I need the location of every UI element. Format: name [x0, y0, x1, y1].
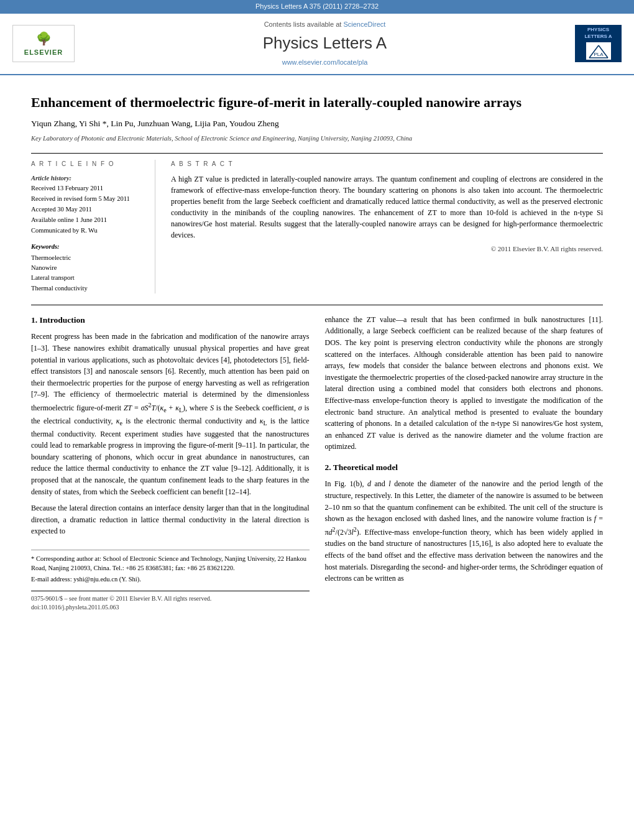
- section1-para2: Because the lateral direction contains a…: [31, 502, 310, 537]
- available-date: Available online 1 June 2011: [31, 215, 145, 224]
- keyword-3: Lateral transport: [31, 273, 145, 282]
- article-info-col: A R T I C L E I N F O Article history: R…: [31, 160, 155, 293]
- abstract-col: A B S T R A C T A high ZT value is predi…: [171, 160, 603, 293]
- main-content: Enhancement of thermoelectric figure-of-…: [0, 75, 634, 631]
- contents-text: Contents lists available at: [264, 21, 342, 28]
- top-banner: Physics Letters A 375 (2011) 2728–2732: [0, 0, 634, 14]
- keyword-4: Thermal conductivity: [31, 284, 145, 293]
- pla-logo-image: PLA: [587, 42, 610, 60]
- article-info-abstract-section: A R T I C L E I N F O Article history: R…: [31, 153, 603, 293]
- bottom-bar: 0375-9601/$ – see front matter © 2011 El…: [31, 591, 310, 612]
- article-title: Enhancement of thermoelectric figure-of-…: [31, 94, 603, 112]
- section2-title-text: Theoretical model: [333, 463, 398, 472]
- section1-title: 1. Introduction: [31, 314, 310, 326]
- affiliation: Key Laboratory of Photonic and Electroni…: [31, 134, 603, 143]
- body-two-col: 1. Introduction Recent progress has been…: [31, 314, 603, 612]
- pla-logo-title: PHYSICS LETTERS A: [579, 26, 618, 40]
- journal-title: Physics Letters A: [84, 32, 566, 55]
- pla-logo: PHYSICS LETTERS A PLA: [575, 25, 622, 62]
- accepted-date: Accepted 30 May 2011: [31, 205, 145, 214]
- section2-para1: In Fig. 1(b), d and l denote the diamete…: [325, 478, 604, 584]
- sciencedirect-link[interactable]: ScienceDirect: [343, 21, 385, 28]
- footnote-star-text: * Corresponding author at: School of Ele…: [31, 555, 306, 571]
- journal-url[interactable]: www.elsevier.com/locate/pla: [84, 58, 566, 68]
- received-date: Received 13 February 2011: [31, 183, 145, 193]
- elsevier-logo: 🌳 ELSEVIER: [12, 25, 75, 62]
- copyright: © 2011 Elsevier B.V. All rights reserved…: [171, 244, 603, 254]
- article-info-heading: A R T I C L E I N F O: [31, 160, 145, 169]
- communicated-by: Communicated by R. Wu: [31, 226, 145, 235]
- section2-title: 2. Theoretical model: [325, 461, 604, 474]
- svg-text:PLA: PLA: [594, 52, 604, 57]
- body-right-col: enhance the ZT value—a result that has b…: [325, 314, 604, 612]
- journal-center: Contents lists available at ScienceDirec…: [84, 20, 566, 68]
- journal-header: 🌳 ELSEVIER Contents lists available at S…: [0, 14, 634, 75]
- authors-text: Yiqun Zhang, Yi Shi *, Lin Pu, Junzhuan …: [31, 119, 279, 128]
- received-revised-date: Received in revised form 5 May 2011: [31, 194, 145, 203]
- abstract-heading: A B S T R A C T: [171, 160, 603, 169]
- elsevier-label: ELSEVIER: [24, 48, 63, 58]
- doi-text: doi:10.1016/j.physleta.2011.05.063: [31, 603, 310, 612]
- footnote-email: E-mail address: yshi@nju.edu.cn (Y. Shi)…: [31, 575, 310, 584]
- section2-number: 2.: [325, 463, 331, 472]
- footnote-email-text: E-mail address: yshi@nju.edu.cn (Y. Shi)…: [31, 576, 141, 583]
- keywords-label: Keywords:: [31, 242, 145, 251]
- section1-para1: Recent progress has been made in the fab…: [31, 331, 310, 497]
- section-divider: [31, 305, 603, 305]
- issn-text: 0375-9601/$ – see front matter © 2011 El…: [31, 594, 310, 604]
- section1-number: 1.: [31, 315, 37, 325]
- section1-title-text: Introduction: [40, 315, 85, 325]
- keyword-1: Thermoelectric: [31, 253, 145, 262]
- keyword-2: Nanowire: [31, 263, 145, 272]
- footnote-area: * Corresponding author at: School of Ele…: [31, 550, 310, 584]
- authors: Yiqun Zhang, Yi Shi *, Lin Pu, Junzhuan …: [31, 118, 603, 130]
- banner-text: Physics Letters A 375 (2011) 2728–2732: [255, 2, 379, 10]
- footnote-star: * Corresponding author at: School of Ele…: [31, 554, 310, 573]
- body-left-col: 1. Introduction Recent progress has been…: [31, 314, 310, 612]
- elsevier-tree-icon: 🌳: [36, 30, 52, 48]
- section1-right-para1: enhance the ZT value—a result that has b…: [325, 314, 604, 453]
- abstract-text: A high ZT value is predicted in laterall…: [171, 173, 603, 241]
- history-label: Article history:: [31, 173, 145, 183]
